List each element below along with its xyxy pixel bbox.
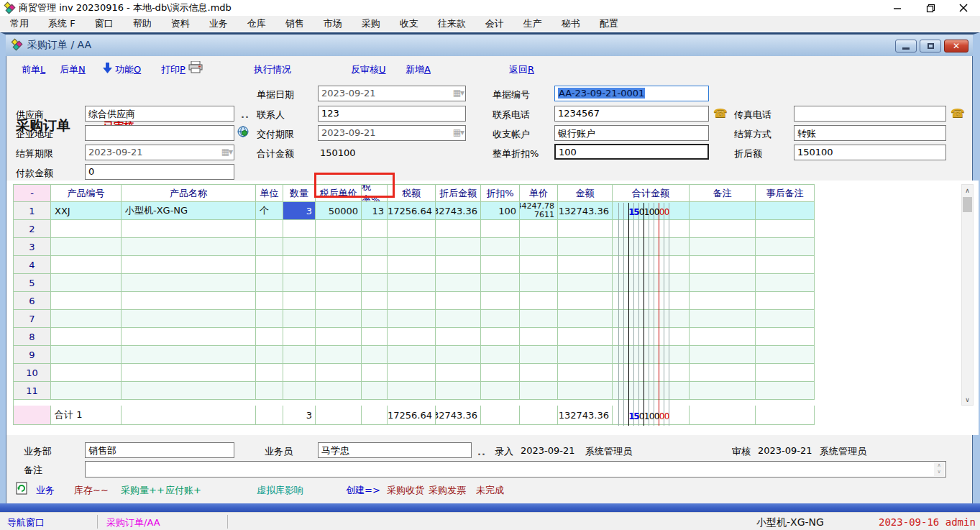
column-header-12[interactable]: 合计金额 (613, 185, 690, 202)
menu-item-14[interactable]: 秘书 (562, 17, 580, 30)
column-header-13[interactable]: 备注 (690, 185, 756, 202)
column-header-7[interactable]: 税额 (388, 185, 436, 202)
spinner-icons[interactable]: ∧∨ (934, 462, 944, 476)
menu-item-15[interactable]: 配置 (600, 17, 618, 30)
phone-input[interactable]: 1234567 (554, 106, 709, 122)
toolbar-button-7[interactable]: 返回R (509, 63, 534, 76)
table-row[interactable]: 1 XXJ 小型机-XG-NG 个 3 50000 13 17256.64 13… (14, 202, 815, 220)
toolbar-button-5[interactable]: 反审核U (351, 63, 386, 76)
restore-icon[interactable] (914, 0, 947, 16)
unit-price-cell[interactable]: 44247.787611 (520, 202, 558, 220)
fax-phone-icon[interactable]: ☎ (951, 106, 965, 120)
doc-no-input[interactable]: AA-23-09-21-0001 (554, 86, 709, 101)
ledger-amount-cell[interactable] (613, 202, 690, 220)
table-row[interactable]: 4 (14, 256, 815, 274)
calendar-icon[interactable]: ▦▾ (221, 147, 232, 157)
menu-item-13[interactable]: 生产 (523, 17, 542, 30)
menu-item-4[interactable]: 资料 (171, 17, 190, 30)
menu-item-10[interactable]: 收支 (400, 17, 418, 30)
toolbar-button-0[interactable]: 前单L (22, 63, 45, 76)
dept-input[interactable]: 销售部 (85, 442, 234, 458)
action-link-2[interactable]: 采购量++ (121, 484, 165, 497)
menu-item-5[interactable]: 业务 (209, 17, 228, 30)
toolbar-button-4[interactable]: 执行情况 (254, 63, 291, 76)
table-row[interactable]: 7 (14, 310, 815, 328)
minimize-icon[interactable] (881, 0, 914, 16)
fax-input[interactable] (794, 106, 946, 122)
qty-cell-selected[interactable]: 3 (283, 202, 316, 220)
calendar-icon[interactable]: ▦▾ (453, 127, 464, 137)
column-header-8[interactable]: 折后金额 (436, 185, 481, 202)
menu-item-7[interactable]: 销售 (285, 17, 304, 30)
child-close-icon[interactable]: ✕ (944, 40, 968, 52)
supplier-more-button[interactable]: .. (241, 109, 249, 120)
action-link-5[interactable]: 创建=> (346, 484, 380, 497)
table-row[interactable]: 8 (14, 328, 815, 346)
column-header-10[interactable]: 单价 (520, 185, 558, 202)
contact-input[interactable]: 123 (318, 106, 466, 122)
table-row[interactable]: 6 (14, 292, 815, 310)
address-input[interactable] (85, 125, 234, 141)
column-header-2[interactable]: 产品名称 (122, 185, 256, 202)
action-link-8[interactable]: 未完成 (476, 484, 504, 497)
action-link-7[interactable]: 采购发票 (429, 484, 466, 497)
table-row[interactable]: 3 (14, 238, 815, 256)
clerk-more-button[interactable]: .. (477, 447, 486, 457)
scrollbar-thumb[interactable] (963, 197, 972, 212)
table-row[interactable]: 5 (14, 274, 815, 292)
discount-input[interactable]: 100 (554, 144, 709, 160)
menu-item-6[interactable]: 仓库 (247, 17, 266, 30)
table-row[interactable]: 10 (14, 364, 815, 382)
action-link-4[interactable]: 虚拟库影响 (257, 484, 303, 497)
purchase-order-tab[interactable]: 采购订单/AA (106, 516, 160, 529)
column-header-0[interactable]: - (14, 185, 51, 202)
menu-item-3[interactable]: 帮助 (133, 17, 152, 30)
toolbar-button-3[interactable]: 打印P (161, 63, 186, 76)
supplier-input[interactable]: 综合供应商 (85, 106, 234, 122)
globe-icon[interactable] (237, 126, 249, 137)
paid-input[interactable]: 0 (85, 164, 234, 180)
settle-input[interactable]: 转账 (794, 125, 946, 141)
scroll-up-icon[interactable]: ∧ (962, 185, 973, 196)
table-scrollbar[interactable]: ∧ ∨ (961, 184, 974, 406)
menu-item-0[interactable]: 常用 (10, 17, 29, 30)
calendar-icon[interactable]: ▦▾ (453, 88, 464, 98)
table-row[interactable]: 11 (14, 382, 815, 400)
close-icon[interactable] (947, 0, 980, 16)
menu-item-8[interactable]: 市场 (324, 17, 342, 30)
child-restore-icon[interactable] (920, 40, 941, 52)
table-row[interactable]: 9 (14, 346, 815, 364)
menu-item-12[interactable]: 会计 (485, 17, 504, 30)
column-header-3[interactable]: 单位 (256, 185, 283, 202)
refresh-doc-icon[interactable] (16, 482, 27, 495)
action-link-3[interactable]: 应付账+ (165, 484, 201, 497)
menu-item-2[interactable]: 窗口 (95, 17, 114, 30)
printer-icon[interactable] (188, 61, 203, 73)
phone-icon[interactable]: ☎ (713, 106, 728, 120)
column-header-9[interactable]: 折扣% (481, 185, 520, 202)
column-header-14[interactable]: 事后备注 (756, 185, 815, 202)
menu-item-9[interactable]: 采购 (362, 17, 380, 30)
nav-window-tab[interactable]: 导航窗口 (7, 516, 45, 529)
column-header-4[interactable]: 数量 (283, 185, 316, 202)
column-header-11[interactable]: 金额 (558, 185, 613, 202)
child-minimize-icon[interactable] (895, 40, 917, 52)
action-link-1[interactable]: 库存~~ (74, 484, 109, 497)
action-link-0[interactable]: 业务 (36, 484, 55, 497)
toolbar-button-1[interactable]: 后单N (60, 63, 86, 76)
toolbar-button-6[interactable]: 新增A (406, 63, 431, 76)
clerk-input[interactable]: 马学忠 (318, 442, 472, 458)
account-input[interactable]: 银行账户 (554, 125, 709, 141)
table-row[interactable]: 2 (14, 220, 815, 238)
toolbar-button-2[interactable]: 功能O (115, 63, 141, 76)
menu-item-1[interactable]: 系统 F (48, 17, 75, 30)
term-input[interactable]: 2023-09-21▦▾ (85, 145, 234, 160)
date-input[interactable]: 2023-09-21▦▾ (318, 86, 466, 101)
column-header-1[interactable]: 产品编号 (51, 185, 122, 202)
action-link-6[interactable]: 采购收货 (387, 484, 424, 497)
scroll-down-icon[interactable]: ∨ (962, 394, 973, 405)
menu-item-11[interactable]: 往来款 (438, 17, 466, 30)
due-input[interactable]: 2023-09-21▦▾ (318, 125, 466, 141)
remark-input[interactable]: ∧∨ (85, 461, 946, 478)
after-discount-input[interactable]: 150100 (794, 145, 946, 160)
